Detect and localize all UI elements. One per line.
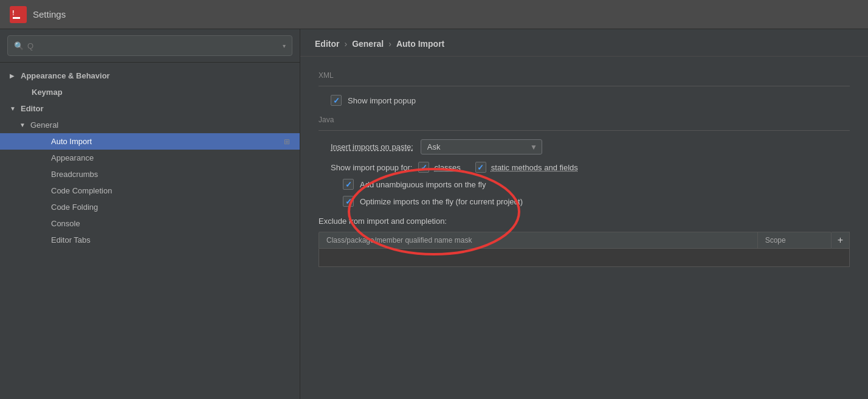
sidebar: 🔍 ▾ ▶ Appearance & Behavior Keymap ▼ Edi… bbox=[0, 29, 300, 399]
exclude-section: Exclude from import and completion: Clas… bbox=[319, 217, 850, 267]
sidebar-item-general[interactable]: ▼ General bbox=[0, 117, 300, 133]
nav-tree: ▶ Appearance & Behavior Keymap ▼ Editor … bbox=[0, 63, 300, 399]
static-methods-label: static methods and fields bbox=[491, 163, 578, 172]
search-input-wrapper[interactable]: 🔍 ▾ bbox=[7, 35, 292, 56]
search-dropdown-arrow[interactable]: ▾ bbox=[283, 43, 286, 49]
breadcrumb-auto-import: Auto Import bbox=[396, 39, 444, 49]
exclude-label: Exclude from import and completion: bbox=[319, 217, 850, 226]
sidebar-item-auto-import[interactable]: Auto Import ⊞ bbox=[0, 133, 300, 150]
add-unambiguous-label: Add unambiguous imports on the fly bbox=[360, 180, 486, 189]
sidebar-item-code-folding[interactable]: Code Folding bbox=[0, 199, 300, 215]
insert-imports-row: Insert imports on paste: Ask Always Neve… bbox=[331, 139, 850, 154]
sidebar-item-console[interactable]: Console bbox=[0, 215, 300, 232]
table-header-name: Class/package/member qualified name mask bbox=[319, 232, 758, 248]
sidebar-item-appearance[interactable]: Appearance bbox=[0, 150, 300, 166]
search-input[interactable] bbox=[27, 41, 283, 50]
app-title: Settings bbox=[33, 9, 66, 19]
optimize-imports-row: Optimize imports on the fly (for current… bbox=[343, 196, 850, 207]
show-popup-label: Show import popup for: bbox=[331, 163, 412, 172]
breadcrumb: Editor › General › Auto Import bbox=[300, 29, 868, 57]
search-icon: 🔍 bbox=[14, 41, 24, 50]
svg-rect-1 bbox=[13, 17, 20, 19]
settings-content: XML Show import popup Java Insert import… bbox=[300, 57, 868, 279]
show-import-popup-checkbox[interactable] bbox=[331, 95, 342, 106]
title-bar: ! Settings bbox=[0, 0, 868, 29]
optimize-imports-checkbox[interactable] bbox=[343, 196, 354, 207]
sidebar-item-editor[interactable]: ▼ Editor bbox=[0, 100, 300, 117]
java-label: Java bbox=[319, 116, 850, 124]
xml-section: XML Show import popup bbox=[319, 71, 850, 106]
sidebar-item-breadcrumbs[interactable]: Breadcrumbs bbox=[0, 166, 300, 182]
sidebar-item-code-completion[interactable]: Code Completion bbox=[0, 182, 300, 199]
exclude-table-header: Class/package/member qualified name mask… bbox=[319, 232, 832, 249]
app-logo: ! bbox=[10, 6, 27, 23]
breadcrumb-editor: Editor bbox=[315, 39, 339, 49]
sidebar-item-editor-tabs[interactable]: Editor Tabs bbox=[0, 232, 300, 248]
ask-dropdown-wrapper: Ask Always Never ▼ bbox=[421, 139, 542, 154]
static-methods-checkbox[interactable] bbox=[475, 162, 486, 173]
java-section: Java Insert imports on paste: Ask Always… bbox=[319, 116, 850, 207]
breadcrumb-general: General bbox=[352, 39, 384, 49]
show-import-popup-label: Show import popup bbox=[348, 96, 416, 105]
optimize-imports-label: Optimize imports on the fly (for current… bbox=[360, 197, 523, 206]
content-area: Editor › General › Auto Import XML Show … bbox=[300, 29, 868, 399]
table-header-scope: Scope bbox=[758, 232, 831, 248]
auto-import-icon: ⊞ bbox=[284, 137, 290, 146]
sidebar-item-keymap[interactable]: Keymap bbox=[0, 84, 300, 100]
show-popup-row: Show import popup for: classes static me… bbox=[331, 162, 850, 173]
svg-text:!: ! bbox=[12, 9, 15, 16]
insert-imports-label: Insert imports on paste: bbox=[331, 142, 413, 151]
add-unambiguous-row: Add unambiguous imports on the fly bbox=[343, 179, 850, 190]
classes-label: classes bbox=[434, 163, 460, 172]
classes-checkbox[interactable] bbox=[418, 162, 429, 173]
add-exclude-button[interactable]: + bbox=[832, 232, 850, 249]
sidebar-item-appearance-behavior[interactable]: ▶ Appearance & Behavior bbox=[0, 68, 300, 84]
exclude-table-body bbox=[319, 249, 850, 267]
xml-label: XML bbox=[319, 71, 850, 80]
add-unambiguous-checkbox[interactable] bbox=[343, 179, 354, 190]
insert-imports-dropdown[interactable]: Ask Always Never bbox=[421, 139, 542, 154]
